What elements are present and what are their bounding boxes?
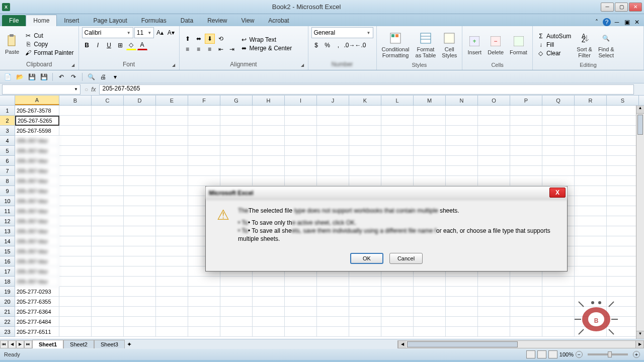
cell-N19[interactable] bbox=[446, 287, 478, 297]
cell-F2[interactable] bbox=[188, 116, 220, 126]
cell-B7[interactable] bbox=[59, 166, 92, 176]
cell-D9[interactable] bbox=[124, 186, 156, 196]
dialog-close-button[interactable]: X bbox=[549, 188, 566, 198]
cell-G18[interactable] bbox=[220, 277, 253, 287]
cell-L7[interactable] bbox=[381, 166, 414, 176]
column-header-E[interactable]: E bbox=[156, 96, 188, 105]
cell-G19[interactable] bbox=[220, 287, 253, 297]
cell-A21[interactable]: 205-277-6364 bbox=[15, 307, 59, 317]
cell-B10[interactable] bbox=[59, 196, 92, 206]
cell-H18[interactable] bbox=[253, 277, 285, 287]
cell-D6[interactable] bbox=[124, 156, 156, 166]
bold-button[interactable]: B bbox=[82, 40, 92, 50]
cell-Q21[interactable] bbox=[542, 307, 575, 317]
row-header-2[interactable]: 2 bbox=[0, 116, 15, 126]
row-header-9[interactable]: 9 bbox=[0, 186, 15, 196]
cell-C4[interactable] bbox=[92, 136, 124, 146]
cell-I23[interactable] bbox=[285, 327, 317, 337]
undo-button[interactable]: ↶ bbox=[57, 72, 66, 81]
cell-K19[interactable] bbox=[349, 287, 381, 297]
cell-B12[interactable] bbox=[59, 216, 92, 226]
row-header-7[interactable]: 7 bbox=[0, 166, 15, 176]
cell-P6[interactable] bbox=[510, 156, 542, 166]
cell-C21[interactable] bbox=[92, 307, 124, 317]
cell-P2[interactable] bbox=[510, 116, 542, 126]
cell-L21[interactable] bbox=[381, 307, 414, 317]
cell-D10[interactable] bbox=[124, 196, 156, 206]
cell-L22[interactable] bbox=[381, 317, 414, 327]
cell-A6[interactable]: 205-267-blur bbox=[15, 156, 59, 166]
cell-Q5[interactable] bbox=[542, 146, 575, 156]
row-header-23[interactable]: 23 bbox=[0, 327, 15, 337]
cell-R13[interactable] bbox=[575, 226, 607, 236]
clear-button[interactable]: ◇Clear bbox=[536, 49, 573, 57]
cell-J4[interactable] bbox=[317, 136, 349, 146]
cell-R17[interactable] bbox=[575, 266, 607, 277]
column-header-K[interactable]: K bbox=[349, 96, 381, 105]
cell-E6[interactable] bbox=[156, 156, 188, 166]
align-bottom-button[interactable]: ⬇ bbox=[205, 34, 215, 44]
cell-A3[interactable]: 205-267-5598 bbox=[15, 126, 59, 136]
cell-J1[interactable] bbox=[317, 106, 349, 116]
cell-M20[interactable] bbox=[414, 297, 446, 307]
scroll-down-button[interactable]: ▼ bbox=[636, 331, 644, 339]
percent-button[interactable]: % bbox=[323, 40, 333, 50]
row-header-20[interactable]: 20 bbox=[0, 297, 15, 307]
help-icon[interactable]: ? bbox=[603, 18, 611, 26]
cell-D4[interactable] bbox=[124, 136, 156, 146]
cell-Q4[interactable] bbox=[542, 136, 575, 146]
cell-E10[interactable] bbox=[156, 196, 188, 206]
cell-C14[interactable] bbox=[92, 236, 124, 246]
cell-I19[interactable] bbox=[285, 287, 317, 297]
row-header-6[interactable]: 6 bbox=[0, 156, 15, 166]
cell-M1[interactable] bbox=[414, 106, 446, 116]
cell-C2[interactable] bbox=[92, 116, 124, 126]
border-button[interactable]: ⊞ bbox=[115, 40, 125, 50]
align-center-button[interactable]: ≡ bbox=[194, 44, 204, 54]
cell-N20[interactable] bbox=[446, 297, 478, 307]
workbook-minimize-button[interactable]: ─ bbox=[613, 18, 621, 26]
cell-I4[interactable] bbox=[285, 136, 317, 146]
sheet-nav-last[interactable]: ⏭ bbox=[24, 340, 32, 348]
cell-L5[interactable] bbox=[381, 146, 414, 156]
cell-H4[interactable] bbox=[253, 136, 285, 146]
format-cells-button[interactable]: Format bbox=[508, 33, 529, 56]
tab-insert[interactable]: Insert bbox=[57, 15, 86, 26]
cell-N18[interactable] bbox=[446, 277, 478, 287]
cell-S11[interactable] bbox=[607, 206, 639, 216]
cell-F21[interactable] bbox=[188, 307, 220, 317]
sheet-nav-first[interactable]: ⏮ bbox=[0, 340, 8, 348]
ok-button[interactable]: OK bbox=[350, 253, 383, 264]
cell-L20[interactable] bbox=[381, 297, 414, 307]
cell-B18[interactable] bbox=[59, 277, 92, 287]
comma-button[interactable]: , bbox=[334, 40, 344, 50]
cell-J5[interactable] bbox=[317, 146, 349, 156]
tab-data[interactable]: Data bbox=[174, 15, 200, 26]
cell-J20[interactable] bbox=[317, 297, 349, 307]
cell-M3[interactable] bbox=[414, 126, 446, 136]
sheet-nav-prev[interactable]: ◀ bbox=[8, 340, 16, 348]
cell-Q2[interactable] bbox=[542, 116, 575, 126]
cell-I8[interactable] bbox=[285, 176, 317, 186]
cell-E21[interactable] bbox=[156, 307, 188, 317]
cell-B14[interactable] bbox=[59, 236, 92, 246]
cell-E5[interactable] bbox=[156, 146, 188, 156]
column-header-B[interactable]: B bbox=[59, 96, 92, 105]
cell-C22[interactable] bbox=[92, 317, 124, 327]
cell-A17[interactable]: 205-267-blur bbox=[15, 266, 59, 277]
decrease-decimal-button[interactable]: ←.0 bbox=[356, 40, 366, 50]
vertical-scrollbar[interactable]: ▲ ▼ bbox=[636, 106, 644, 339]
cell-E14[interactable] bbox=[156, 236, 188, 246]
increase-indent-button[interactable]: ⇥ bbox=[227, 44, 237, 54]
column-header-O[interactable]: O bbox=[478, 96, 510, 105]
cell-A20[interactable]: 205-277-6355 bbox=[15, 297, 59, 307]
cell-F19[interactable] bbox=[188, 287, 220, 297]
cell-B6[interactable] bbox=[59, 156, 92, 166]
cell-M7[interactable] bbox=[414, 166, 446, 176]
cell-S2[interactable] bbox=[607, 116, 639, 126]
cell-K18[interactable] bbox=[349, 277, 381, 287]
cell-C7[interactable] bbox=[92, 166, 124, 176]
cell-E1[interactable] bbox=[156, 106, 188, 116]
cell-B1[interactable] bbox=[59, 106, 92, 116]
cell-P22[interactable] bbox=[510, 317, 542, 327]
